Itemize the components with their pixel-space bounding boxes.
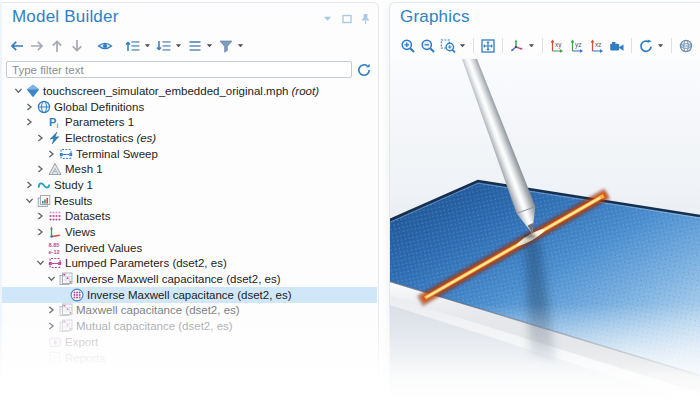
tree-item-inverse-maxwell-table[interactable]: Inverse Maxwell capacitance (dset2, es) [2,287,377,303]
tree-item-datasets[interactable]: Datasets [2,209,377,225]
toolbar-separator [502,38,503,53]
expand-arrow-icon[interactable] [47,322,56,331]
tree-item-reports[interactable]: Reports [2,350,377,366]
panel-window-controls [321,12,372,25]
model-builder-panel: Model Builder touchscreen_simulator_embe… [0,2,379,400]
tree-item-label: Maxwell capacitance (dset2, es) [76,304,240,316]
filter-dropdown-caret-icon[interactable] [236,36,245,56]
forward-button[interactable] [27,36,47,56]
rotate-dropdown-caret-icon[interactable] [656,36,665,56]
scene-settings-button[interactable] [676,36,696,56]
expand-arrow-icon[interactable] [25,102,34,111]
zoom-out-button[interactable] [418,36,438,56]
zoom-in-button[interactable] [398,36,418,56]
expand-arrow-icon[interactable] [36,212,45,221]
filter-input[interactable] [6,61,352,78]
expand-arrow-icon[interactable] [25,196,34,205]
tree-item-label: Datasets [65,210,110,222]
tree-item-global-definitions[interactable]: Global Definitions [2,99,377,115]
tree-item-derived-values[interactable]: 8.85e-12 Derived Values [2,240,377,256]
rotate-button[interactable] [636,36,656,56]
expand-arrow-icon[interactable] [47,306,56,315]
tree-item-electrostatics[interactable]: Electrostatics(es) [2,130,377,146]
show-button[interactable] [95,36,115,56]
model-tree-node-text-button[interactable] [185,36,205,56]
bolt-icon [48,131,62,145]
expand-tree-dropdown-caret-icon[interactable] [143,36,152,56]
tree-item-label: Inverse Maxwell capacitance (dset2, es) [76,273,281,285]
tree-item-label: Electrostatics [65,132,133,144]
graphics-canvas[interactable] [390,57,700,400]
tree-item-parameters-1[interactable]: Pi Parameters 1 [2,114,377,130]
tree-item-root[interactable]: touchscreen_simulator_embedded_original.… [2,83,377,99]
tree-item-label: Lumped Parameters (dset2, es) [65,257,227,269]
expand-tree-button[interactable] [123,36,143,56]
rotate-icon [638,38,654,54]
terminal-icon [59,147,73,161]
zoom-box-icon [440,38,456,54]
filter-button[interactable] [216,36,236,56]
expand-arrow-icon[interactable] [47,149,56,158]
default-3d-view-button[interactable] [507,36,527,56]
toolbar-separator [671,38,672,53]
tree-item-label: Inverse Maxwell capacitance (dset2, es) [87,289,292,301]
tree-item-study-1[interactable]: Study 1 [2,177,377,193]
expand-arrow-icon[interactable] [14,86,23,95]
model-builder-title: Model Builder [12,7,119,27]
move-down-button[interactable] [67,36,87,56]
collapse-tree-button[interactable] [154,36,174,56]
capgroup-icon [59,319,73,333]
view-xy-icon: xy [549,38,565,54]
tree-item-label: Parameters 1 [65,116,134,128]
arrow-down-icon [69,38,85,54]
tree-item-label: Mesh 1 [65,163,103,175]
zoom-box-dropdown-caret-icon[interactable] [458,36,467,56]
views-icon [48,225,62,239]
image-snapshot-button[interactable] [607,36,627,56]
svg-text:P: P [49,116,56,128]
collapse-tree-dropdown-caret-icon[interactable] [174,36,183,56]
tree-item-label: Reports [65,352,105,364]
tree-item-label: Derived Values [65,242,142,254]
pin-panel-icon[interactable] [359,12,372,25]
zoom-box-button[interactable] [438,36,458,56]
tree-item-terminal-sweep[interactable]: Terminal Sweep [2,146,377,162]
captable-icon [70,288,84,302]
tree-item-export[interactable]: Export [2,334,377,350]
graphics-title: Graphics [400,7,470,27]
tree-item-inverse-maxwell-group[interactable]: Inverse Maxwell capacitance (dset2, es) [2,271,377,287]
tree-item-label: Global Definitions [54,101,144,113]
float-panel-icon[interactable] [340,12,353,25]
tree-item-label: Export [65,336,98,348]
expand-arrow-icon[interactable] [25,180,34,189]
expand-arrow-icon[interactable] [47,275,56,284]
axis-triad-icon [509,38,525,54]
refresh-icon[interactable] [354,60,374,79]
tree-item-mesh-1[interactable]: Mesh 1 [2,161,377,177]
tree-item-results[interactable]: Results [2,193,377,209]
go-to-yz-view-button[interactable]: yz [567,36,587,56]
filter-row [6,60,374,79]
go-to-xy-view-button[interactable]: xy [547,36,567,56]
tree-item-lumped-parameters[interactable]: Lumped Parameters (dset2, es) [2,256,377,272]
expand-arrow-icon[interactable] [25,118,34,127]
tree-item-views[interactable]: Views [2,224,377,240]
panel-options-icon[interactable] [321,12,334,25]
eye-icon [97,38,113,54]
expand-arrow-icon[interactable] [36,259,45,268]
tree-item-maxwell-capacitance[interactable]: Maxwell capacitance (dset2, es) [2,303,377,319]
tree-item-mutual-capacitance[interactable]: Mutual capacitance (dset2, es) [2,318,377,334]
study-icon [37,178,51,192]
model-builder-toolbar [7,35,247,56]
back-button[interactable] [7,36,27,56]
default-3d-view-dropdown-caret-icon[interactable] [527,36,536,56]
model-tree-node-text-dropdown-caret-icon[interactable] [205,36,214,56]
expand-arrow-icon[interactable] [36,228,45,237]
expand-arrow-icon[interactable] [36,165,45,174]
move-up-button[interactable] [47,36,67,56]
go-to-xz-view-button[interactable]: xz [587,36,607,56]
export-icon [48,335,62,349]
tree-item-suffix: (es) [136,132,156,144]
expand-arrow-icon[interactable] [36,133,45,142]
zoom-extents-button[interactable] [478,36,498,56]
